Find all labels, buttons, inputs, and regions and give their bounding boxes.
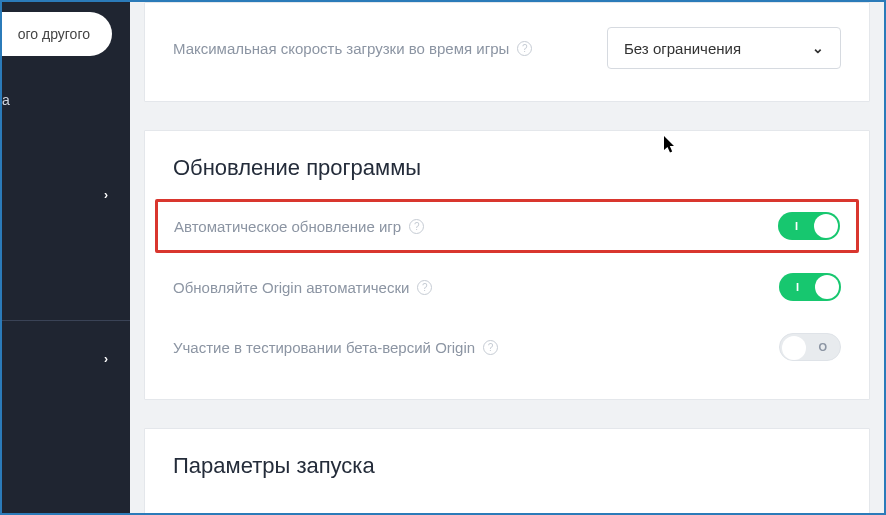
auto-launch-row: Включать Origin автоматически ? I <box>173 497 841 513</box>
auto-origin-update-row: Обновляйте Origin автоматически ? I <box>173 257 841 317</box>
chevron-down-icon: ⌄ <box>812 40 824 56</box>
chevron-right-icon[interactable]: › <box>104 188 108 202</box>
download-speed-dropdown[interactable]: Без ограничения ⌄ <box>607 27 841 69</box>
help-icon[interactable]: ? <box>409 219 424 234</box>
help-icon[interactable]: ? <box>517 41 532 56</box>
toggle-indicator: I <box>795 220 798 232</box>
updates-title: Обновление программы <box>173 155 841 181</box>
auto-game-updates-label: Автоматическое обновление игр <box>174 218 401 235</box>
sidebar-divider <box>2 320 130 321</box>
sidebar: ого другого а › › <box>2 2 130 513</box>
updates-panel: Обновление программы Автоматическое обно… <box>144 130 870 400</box>
toggle-knob <box>782 336 806 360</box>
launch-title: Параметры запуска <box>173 453 841 479</box>
toggle-indicator: O <box>818 341 827 353</box>
help-icon[interactable]: ? <box>483 340 498 355</box>
auto-game-updates-toggle[interactable]: I <box>778 212 840 240</box>
chevron-right-icon[interactable]: › <box>104 352 108 366</box>
auto-origin-update-label: Обновляйте Origin автоматически <box>173 279 409 296</box>
download-speed-value: Без ограничения <box>624 40 741 57</box>
launch-panel: Параметры запуска Включать Origin автома… <box>144 428 870 513</box>
sidebar-text-fragment: а <box>2 92 10 108</box>
beta-participation-toggle[interactable]: O <box>779 333 841 361</box>
toggle-indicator: I <box>796 281 799 293</box>
beta-participation-label: Участие в тестировании бета-версий Origi… <box>173 339 475 356</box>
toggle-knob <box>814 214 838 238</box>
toggle-knob <box>815 275 839 299</box>
sidebar-active-item[interactable]: ого другого <box>2 12 112 56</box>
sidebar-active-label: ого другого <box>18 26 90 42</box>
auto-origin-update-toggle[interactable]: I <box>779 273 841 301</box>
help-icon[interactable]: ? <box>417 280 432 295</box>
download-panel: Максимальная скорость загрузки во время … <box>144 2 870 102</box>
settings-content: Максимальная скорость загрузки во время … <box>130 2 884 513</box>
beta-participation-row: Участие в тестировании бета-версий Origi… <box>173 317 841 377</box>
download-speed-label: Максимальная скорость загрузки во время … <box>173 40 509 57</box>
auto-game-updates-row: Автоматическое обновление игр ? I <box>155 199 859 253</box>
